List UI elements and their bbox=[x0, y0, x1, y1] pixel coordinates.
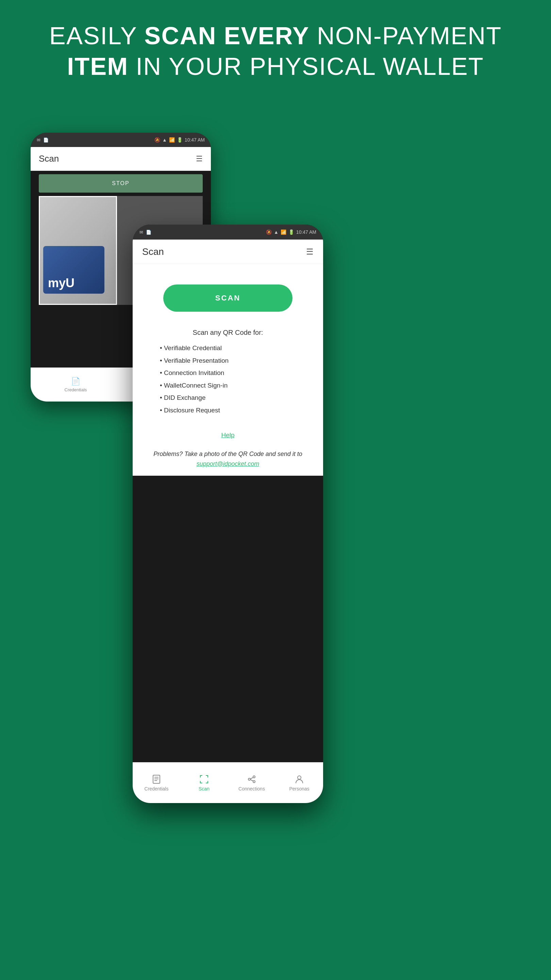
problems-text: Problems? Take a photo of the QR Code an… bbox=[146, 449, 310, 469]
svg-point-4 bbox=[248, 778, 250, 780]
notification-icon-front: ✉ bbox=[140, 230, 143, 235]
nav-credentials-back[interactable]: 📄 Credentials bbox=[30, 368, 121, 401]
signal-icon-front: 📶 bbox=[281, 229, 286, 235]
scan-button[interactable]: SCAN bbox=[163, 285, 292, 312]
header-text: EASILY SCAN EVERY NON-PAYMENT ITEM IN YO… bbox=[0, 21, 551, 82]
app-title-back: Scan bbox=[39, 153, 59, 164]
svg-point-5 bbox=[253, 776, 255, 778]
card-image: myU bbox=[39, 196, 117, 305]
credentials-icon-back: 📄 bbox=[71, 377, 80, 386]
stop-button[interactable]: STOP bbox=[39, 174, 203, 192]
nav-credentials-label-front: Credentials bbox=[144, 786, 169, 791]
header-line1-pre: EASILY bbox=[49, 22, 144, 49]
bullet-list: Verifiable Credential Verifiable Present… bbox=[160, 343, 229, 418]
wifi-icon: ▲ bbox=[162, 137, 167, 143]
hamburger-icon-front[interactable]: ☰ bbox=[306, 247, 314, 256]
status-left-icons-front: ✉ 📄 bbox=[140, 230, 151, 235]
bullet-item-5: DID Exchange bbox=[160, 393, 229, 403]
support-email[interactable]: support@idpocket.com bbox=[197, 460, 259, 467]
header-line2-bold: ITEM bbox=[67, 53, 128, 80]
nav-personas-front[interactable]: Personas bbox=[275, 762, 323, 803]
hamburger-icon-back[interactable]: ☰ bbox=[196, 154, 203, 163]
app-bar-back: Scan ☰ bbox=[30, 147, 211, 171]
signal-icon: 📶 bbox=[169, 137, 175, 143]
phone-front: ✉ 📄 🔕 ▲ 📶 🔋 10:47 AM Scan ☰ SCAN Scan an… bbox=[133, 224, 323, 803]
wifi-icon-front: ▲ bbox=[274, 229, 279, 235]
time-back: 10:47 AM bbox=[185, 137, 205, 143]
nav-scan-label-front: Scan bbox=[198, 786, 210, 791]
file-icon-front: 📄 bbox=[146, 230, 151, 235]
status-bar-front: ✉ 📄 🔕 ▲ 📶 🔋 10:47 AM bbox=[133, 224, 323, 240]
scan-icon-front bbox=[199, 774, 209, 784]
time-front: 10:47 AM bbox=[296, 229, 316, 235]
bullet-item-4: WalletConnect Sign-in bbox=[160, 381, 229, 391]
mute-icon-front: 🔕 bbox=[266, 229, 272, 235]
bullet-item-3: Connection Invitation bbox=[160, 368, 229, 378]
header-line1-post: NON-PAYMENT bbox=[310, 22, 502, 49]
header-line1-bold: SCAN EVERY bbox=[144, 22, 309, 49]
app-bar-front: Scan ☰ bbox=[133, 240, 323, 264]
battery-icon-front: 🔋 bbox=[288, 229, 294, 235]
status-bar-back: ✉ 📄 🔕 ▲ 📶 🔋 10:47 AM bbox=[30, 133, 211, 147]
nav-credentials-front[interactable]: Credentials bbox=[133, 762, 180, 803]
nav-connections-label-front: Connections bbox=[238, 786, 265, 791]
bullet-item-6: Disclosure Request bbox=[160, 406, 229, 415]
status-right-icons-front: 🔕 ▲ 📶 🔋 10:47 AM bbox=[266, 229, 316, 235]
help-link[interactable]: Help bbox=[221, 431, 234, 439]
app-title-front: Scan bbox=[142, 247, 164, 257]
credentials-icon-front bbox=[151, 774, 162, 784]
bullet-item-1: Verifiable Credential bbox=[160, 343, 229, 353]
status-left-icons-back: ✉ 📄 bbox=[37, 137, 49, 143]
svg-line-8 bbox=[250, 780, 253, 781]
nav-personas-label-front: Personas bbox=[289, 786, 309, 791]
svg-point-9 bbox=[298, 776, 301, 779]
nav-scan-front[interactable]: Scan bbox=[180, 762, 228, 803]
main-content: SCAN Scan any QR Code for: Verifiable Cr… bbox=[133, 264, 323, 476]
card-text: myU bbox=[48, 276, 75, 290]
bottom-nav-front: Credentials Scan Connections bbox=[133, 762, 323, 803]
status-right-icons-back: 🔕 ▲ 📶 🔋 10:47 AM bbox=[154, 137, 205, 143]
battery-icon: 🔋 bbox=[177, 137, 183, 143]
mute-icon: 🔕 bbox=[154, 137, 160, 143]
bullet-item-2: Verifiable Presentation bbox=[160, 356, 229, 366]
scan-subtitle: Scan any QR Code for: bbox=[193, 329, 263, 337]
nav-connections-front[interactable]: Connections bbox=[228, 762, 275, 803]
svg-line-7 bbox=[250, 778, 253, 779]
file-icon: 📄 bbox=[43, 137, 49, 143]
notification-icon: ✉ bbox=[37, 137, 40, 143]
svg-point-6 bbox=[253, 781, 255, 783]
header-line2-post: IN YOUR PHYSICAL WALLET bbox=[128, 53, 484, 80]
nav-credentials-label-back: Credentials bbox=[65, 387, 87, 392]
personas-icon-front bbox=[294, 774, 305, 784]
connections-icon-front bbox=[246, 774, 257, 784]
